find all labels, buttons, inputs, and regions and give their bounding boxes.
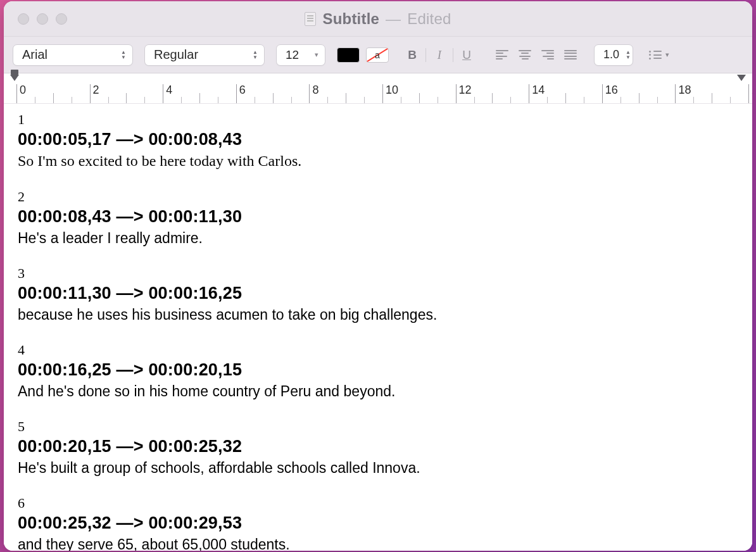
subtitle-text: because he uses his business acumen to t… — [18, 305, 741, 324]
ruler-tick-major: 10 — [382, 84, 398, 103]
ruler-tick-mid — [639, 93, 639, 103]
subtitle-text: And he's done so in his home country of … — [18, 382, 741, 401]
arrow-icon: —> — [117, 207, 149, 226]
ruler-tick-minor — [181, 97, 182, 103]
document-body[interactable]: 100:00:05,17 —> 00:00:08,43So I'm so exc… — [4, 104, 752, 551]
ruler-tick-minor — [291, 97, 292, 103]
font-family-value: Arial — [22, 47, 47, 62]
ruler-tick-major: 2 — [90, 84, 99, 103]
subtitle-index: 4 — [18, 341, 741, 359]
timecode-start: 00:00:05,17 — [18, 130, 111, 149]
font-style-select[interactable]: Regular ▲▼ — [144, 44, 265, 66]
ruler-tick-minor — [401, 97, 401, 103]
ruler-tick-mid — [126, 93, 127, 103]
timecode-start: 00:00:11,30 — [18, 284, 111, 303]
align-right-icon — [541, 50, 554, 60]
ruler-tick-major: 0 — [16, 84, 26, 103]
updown-icon: ▲▼ — [626, 50, 631, 60]
align-left-button[interactable] — [491, 46, 513, 65]
italic-button[interactable]: I — [429, 46, 450, 65]
arrow-icon: —> — [117, 360, 149, 379]
bold-button[interactable]: B — [401, 46, 423, 65]
document-name: Subtitle — [322, 10, 379, 28]
divider — [425, 48, 426, 62]
align-center-icon — [519, 50, 531, 60]
titlebar: Subtitle — Edited — [4, 1, 752, 37]
subtitle-text: He's built a group of schools, affordabl… — [18, 458, 741, 477]
align-right-button[interactable] — [537, 46, 558, 65]
window-controls — [18, 13, 67, 25]
subtitle-timecode: 00:00:20,15 —> 00:00:25,32 — [18, 436, 741, 458]
subtitle-entry[interactable]: 500:00:20,15 —> 00:00:25,32He's built a … — [18, 417, 741, 477]
ruler-tick-minor — [547, 97, 548, 103]
minimize-window-button[interactable] — [37, 13, 48, 25]
subtitle-timecode: 00:00:08,43 —> 00:00:11,30 — [18, 206, 741, 229]
ruler-tick-major: 12 — [456, 84, 472, 103]
ruler-tick-minor — [108, 97, 109, 103]
ruler-tick-major: 16 — [602, 84, 618, 103]
subtitle-index: 5 — [18, 417, 741, 436]
ruler-tick-mid — [273, 93, 274, 103]
timecode-end: 00:00:08,43 — [148, 130, 242, 149]
divider — [453, 48, 453, 62]
close-window-button[interactable] — [18, 13, 29, 25]
subtitle-index: 6 — [18, 494, 741, 512]
arrow-icon: —> — [117, 513, 149, 532]
list-style-button[interactable]: ▾ — [645, 46, 674, 65]
highlight-glyph: a — [375, 50, 380, 60]
ruler-tick-minor — [730, 97, 731, 103]
text-color-swatch[interactable] — [337, 47, 360, 63]
align-justify-button[interactable] — [560, 46, 581, 65]
ruler-tick-minor — [218, 97, 218, 103]
subtitle-index: 3 — [18, 264, 741, 282]
timecode-start: 00:00:25,32 — [18, 513, 111, 532]
ruler-tick-minor — [327, 97, 328, 103]
ruler-tick-mid — [199, 93, 200, 103]
timecode-end: 00:00:20,15 — [148, 360, 242, 379]
arrow-icon: —> — [117, 130, 149, 149]
subtitle-entry[interactable]: 200:00:08,43 —> 00:00:11,30He's a leader… — [18, 187, 741, 248]
subtitle-text: and they serve 65, about 65,000 students… — [18, 535, 741, 551]
ruler-tick-minor — [584, 97, 584, 103]
timecode-start: 00:00:08,43 — [18, 207, 111, 226]
list-icon — [649, 51, 662, 60]
font-size-select[interactable]: 12 ▾ — [276, 44, 325, 66]
line-spacing-select[interactable]: 1.0 ▲▼ — [594, 44, 633, 66]
arrow-icon: —> — [117, 437, 149, 456]
highlight-color-swatch[interactable]: a — [366, 47, 389, 63]
ruler-tick-major: 18 — [675, 84, 691, 103]
subtitle-entry[interactable]: 100:00:05,17 —> 00:00:08,43So I'm so exc… — [18, 110, 741, 171]
subtitle-entry[interactable]: 300:00:11,30 —> 00:00:16,25because he us… — [18, 264, 741, 324]
ruler-tick-mid — [419, 93, 420, 103]
align-center-button[interactable] — [514, 46, 536, 65]
left-indent-marker[interactable] — [10, 75, 19, 81]
alignment-group — [490, 44, 583, 66]
document-icon — [305, 12, 316, 26]
right-indent-marker[interactable] — [737, 75, 746, 81]
ruler[interactable]: 02468101214161820 — [4, 73, 752, 104]
ruler-ticks: 02468101214161820 — [16, 84, 748, 103]
ruler-tick-mid — [565, 93, 566, 103]
underline-button[interactable]: U — [456, 46, 477, 65]
subtitle-entry[interactable]: 600:00:25,32 —> 00:00:29,53and they serv… — [18, 494, 741, 551]
chevron-down-icon: ▾ — [665, 51, 669, 59]
ruler-tick-mid — [492, 93, 493, 103]
subtitle-entry[interactable]: 400:00:16,25 —> 00:00:20,15And he's done… — [18, 341, 741, 401]
font-family-select[interactable]: Arial ▲▼ — [13, 44, 133, 66]
subtitle-timecode: 00:00:25,32 —> 00:00:29,53 — [18, 512, 741, 535]
maximize-window-button[interactable] — [56, 13, 67, 25]
arrow-icon: —> — [117, 284, 149, 303]
ruler-tick-minor — [693, 97, 694, 103]
ruler-tick-major: 14 — [529, 84, 545, 103]
timecode-end: 00:00:29,53 — [148, 513, 242, 532]
ruler-tick-minor — [72, 97, 72, 103]
subtitle-text: He's a leader I really admire. — [18, 229, 741, 248]
ruler-tick-minor — [255, 97, 255, 103]
title-separator: — — [386, 10, 401, 28]
subtitle-timecode: 00:00:11,30 —> 00:00:16,25 — [18, 282, 741, 305]
ruler-tick-major: 20 — [748, 84, 752, 103]
timecode-end: 00:00:16,25 — [148, 284, 242, 303]
ruler-tick-minor — [474, 97, 475, 103]
ruler-tick-minor — [35, 97, 35, 103]
subtitle-index: 2 — [18, 187, 741, 206]
